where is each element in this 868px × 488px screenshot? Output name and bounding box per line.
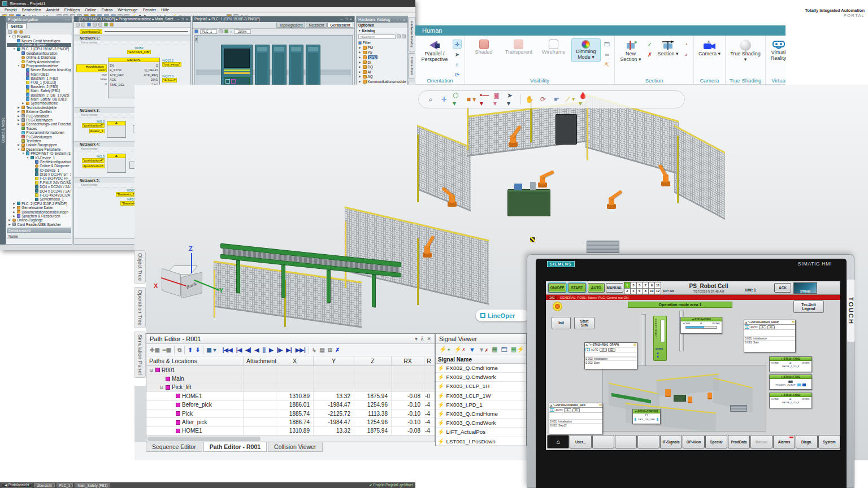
- path-table-row[interactable]: ⊟ R001: [146, 366, 435, 374]
- add-column-icon[interactable]: ⊞: [328, 347, 332, 353]
- hmi-nav-button[interactable]: Alarms: [773, 435, 795, 448]
- fx003-panel[interactable]: ++ST010+FX003 HOME⇄WORK VALVE_1_TO_8: [769, 393, 812, 408]
- hmi-nav-button[interactable]: [615, 435, 637, 448]
- signal-row[interactable]: ⚡ LST001_I.PosDown: [436, 437, 526, 446]
- tree-item[interactable]: Traces: [7, 127, 71, 130]
- window-buttons[interactable]: – ❐ ✕: [177, 18, 189, 21]
- expander-icon[interactable]: ▶: [12, 206, 16, 209]
- vertical-panel-tab[interactable]: Operation Tree: [134, 287, 146, 328]
- side-tab[interactable]: Hardware-Katalog: [408, 17, 415, 51]
- editor-breadcrumb[interactable]: ...[CPU 1516F-3 PN/DP] ▸ Programmbaustei…: [76, 17, 177, 21]
- path-table-row[interactable]: Before_pick 1886.01 -1984.47 1254.96 -0.…: [146, 401, 435, 409]
- robot[interactable]: [606, 184, 625, 209]
- expander-icon[interactable]: ▶: [21, 102, 25, 104]
- operand-pushbutton4[interactable]: "pushbutton4": [82, 158, 105, 163]
- player-button[interactable]: |◀◀: [222, 347, 232, 353]
- r002-graph-panel[interactable]: ⚠"++ST010+R002/3_GRAP🗔 1AUTO A ID S 001I…: [744, 320, 796, 352]
- select-mode-icon[interactable]: ➤ ▾: [507, 94, 517, 104]
- walk-path-icon[interactable]: ⇱: [602, 60, 611, 69]
- delete-network-icon[interactable]: [81, 23, 85, 27]
- glasses-icon[interactable]: ∞: [602, 50, 611, 59]
- menu-caret-icon[interactable]: ▾: [415, 336, 418, 342]
- signal-row[interactable]: ⚡ LIFT_ActualPos: [436, 428, 526, 437]
- move-down-icon[interactable]: ⬇: [196, 347, 200, 353]
- operand-acknof[interactable]: "Acknof": [162, 78, 177, 82]
- solid-display-icon[interactable]: ■ ▾: [466, 94, 476, 104]
- hmi-nav-button[interactable]: OP-View: [683, 435, 705, 448]
- path-table-row[interactable]: Main: [146, 374, 435, 383]
- hmi-nav-button[interactable]: [637, 435, 659, 448]
- plc-icon[interactable]: 🗔: [501, 346, 507, 353]
- hmi-nav-button[interactable]: Special: [705, 435, 727, 448]
- point-display-icon[interactable]: •— ▾: [480, 94, 490, 104]
- true-shading-button[interactable]: True Shading ▾: [728, 38, 762, 64]
- rack-slot-number[interactable]: 7: [195, 36, 198, 43]
- tree-item[interactable]: ▶ PLC_2 [CPU 315F-2 PN/DP]: [7, 202, 71, 206]
- signal-row[interactable]: ⚡ FX003_Q.CmdWork: [436, 419, 526, 428]
- menu-item[interactable]: Ansicht: [46, 8, 59, 12]
- expander-icon[interactable]: ▶: [359, 80, 362, 83]
- path-table-row[interactable]: HOME1 1310.89 13.32 1875.94 -0.08 -0: [146, 392, 435, 400]
- filter-icon[interactable]: [14, 30, 18, 34]
- left-edge-strip[interactable]: Geräte & Netze: [0, 16, 6, 245]
- operand-pushbutton2[interactable]: "pushbutton2": [80, 29, 102, 34]
- status-bar-item[interactable]: Main_Safety (FB1): [75, 483, 110, 487]
- expander-icon[interactable]: ▶: [12, 215, 16, 217]
- move-up-icon[interactable]: ⬆: [188, 347, 192, 353]
- pan-icon[interactable]: ✛: [453, 40, 462, 49]
- hmi-nav-button[interactable]: IF-Signals: [660, 435, 682, 448]
- view-cube-icon[interactable]: ⬡ ▾: [453, 94, 463, 104]
- export-icon[interactable]: ▦: [492, 346, 497, 353]
- delete-signal-icon[interactable]: ⚡✗: [454, 346, 465, 353]
- clip-section-icon[interactable]: ◕: [682, 50, 691, 59]
- tree-item[interactable]: Neues Gerät hinzufügen: [7, 38, 71, 42]
- parallel-perspective-button[interactable]: Parallel / Perspective: [418, 38, 451, 64]
- view-tab[interactable]: Gerätesicht: [327, 23, 353, 28]
- menu-item[interactable]: Projekt: [5, 8, 17, 12]
- player-button[interactable]: ◀|: [245, 347, 251, 353]
- a-button[interactable]: A: [564, 408, 571, 412]
- manual-button[interactable]: MANUAL: [606, 283, 623, 293]
- expander-icon[interactable]: ▶: [17, 110, 20, 113]
- panel-buttons[interactable]: ▪ ▪ ▸: [397, 18, 406, 21]
- row-expander-icon[interactable]: ⊟: [149, 368, 154, 373]
- expander-icon[interactable]: ▶: [359, 56, 362, 59]
- tree-item[interactable]: ▼ Dezentrale Peripherie: [7, 147, 71, 151]
- window-buttons[interactable]: – ❐ ✕: [341, 18, 353, 21]
- catalog-item[interactable]: ▶ AI: [357, 69, 407, 75]
- network-2-header[interactable]: Netzwerk 2:: [74, 35, 190, 41]
- grid-icon[interactable]: [219, 29, 223, 33]
- menu-item[interactable]: Werkzeuge: [118, 8, 137, 12]
- jump-icon[interactable]: ↳: [312, 347, 316, 353]
- fx001-panel[interactable]: ++ST010+FX001 HOME⇄WORK: [680, 317, 722, 334]
- auto-button[interactable]: AUTO: [588, 283, 605, 293]
- tree-item[interactable]: ▶ Externe Quellen: [7, 110, 71, 114]
- path-table-row[interactable]: ⊟ Pick_lift: [146, 384, 435, 392]
- expander-icon[interactable]: ▶: [17, 143, 20, 146]
- paint-icon[interactable]: 🩸 ▾: [579, 94, 589, 104]
- init-button[interactable]: Init: [552, 317, 571, 329]
- wireframe-button[interactable]: Wireframe: [538, 38, 570, 56]
- add-location-icon[interactable]: ✚▦: [150, 347, 160, 353]
- tab-human[interactable]: Human: [422, 27, 442, 34]
- path-table-row[interactable]: Pick 1885.74 -2125.72 1113.38 -0.10 -4: [146, 409, 435, 418]
- player-button[interactable]: |◀: [236, 347, 242, 353]
- tree-item[interactable]: ▶ Systembausteine: [7, 101, 71, 105]
- menu-item[interactable]: Hilfe: [161, 8, 169, 12]
- robot[interactable]: [446, 182, 466, 207]
- area-number-cell[interactable]: 9: [649, 282, 654, 288]
- conv001-graph-panel[interactable]: ⚠"++ST010+CONV001_GRA🗔 1AUTO A ID S 001I…: [549, 403, 603, 434]
- tree-item[interactable]: DI16 x DC24V ST_1: [7, 172, 71, 176]
- catalog-item[interactable]: ▶ PS: [357, 50, 407, 55]
- placement-icon[interactable]: ✋: [524, 94, 535, 104]
- hmi-nav-button[interactable]: User...: [570, 435, 592, 448]
- player-button[interactable]: ||: [262, 347, 266, 353]
- robot[interactable]: [537, 164, 556, 188]
- ft001-panel[interactable]: ++ST010+FT001 📷 POSDEV_2UZUP: [769, 374, 812, 390]
- interference-icon[interactable]: ✗: [335, 347, 340, 353]
- select-cursor-icon[interactable]: ➤: [453, 50, 462, 59]
- area-number-cell[interactable]: 4: [631, 289, 636, 294]
- panel-buttons[interactable]: ▪ ▪: [66, 18, 70, 21]
- device-select[interactable]: PLC_1: [200, 29, 217, 34]
- expander-icon[interactable]: ▶: [17, 119, 20, 121]
